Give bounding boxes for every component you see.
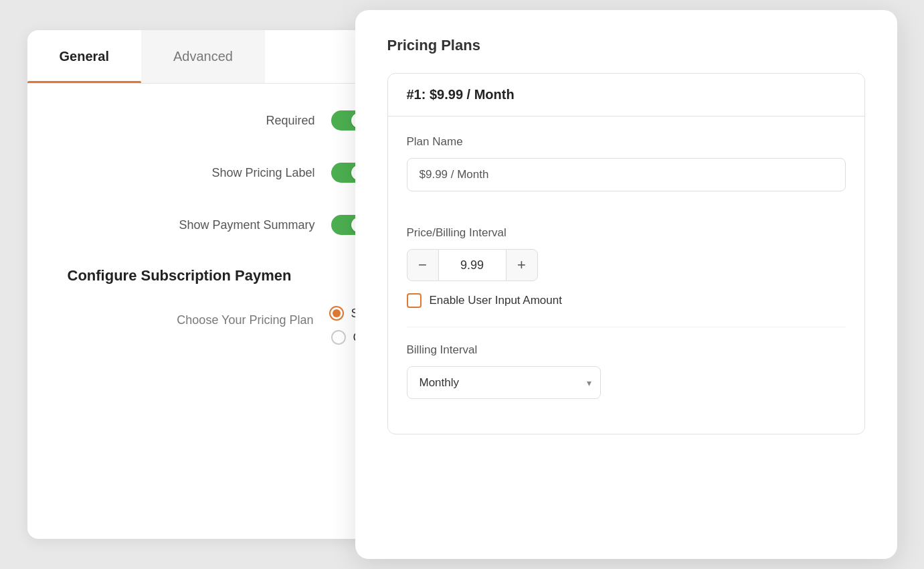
billing-interval-label: Billing Interval: [407, 343, 846, 357]
pricing-plan-label: Choose Your Pricing Plan: [177, 313, 313, 327]
plan-name-section: Plan Name: [407, 135, 846, 210]
front-panel: Pricing Plans #1: $9.99 / Month Plan Nam…: [355, 10, 897, 559]
radio-circle-choose[interactable]: [331, 330, 346, 345]
billing-interval-wrapper: Monthly Weekly Yearly One-time ▾: [407, 366, 601, 399]
radio-circle-single[interactable]: [329, 306, 344, 321]
show-payment-summary-label: Show Payment Summary: [179, 218, 314, 232]
enable-user-input-row: Enable User Input Amount: [407, 293, 846, 308]
plan-card: #1: $9.99 / Month Plan Name Price/Billin…: [387, 73, 865, 434]
decrement-button[interactable]: −: [407, 249, 439, 281]
required-label: Required: [266, 114, 314, 128]
setting-show-payment-summary: Show Payment Summary: [68, 215, 369, 235]
pricing-plan-row: Choose Your Pricing Plan Sin Ch: [68, 306, 369, 345]
plan-card-body: Plan Name Price/Billing Interval − 9.99 …: [388, 116, 864, 434]
show-pricing-label-label: Show Pricing Label: [211, 166, 314, 180]
section-title: Configure Subscription Paymen: [68, 267, 369, 284]
increment-button[interactable]: +: [506, 249, 538, 281]
plan-name-input[interactable]: [407, 158, 846, 191]
stepper-value: 9.99: [439, 249, 506, 281]
number-stepper: − 9.99 +: [407, 249, 846, 281]
enable-user-input-checkbox[interactable]: [407, 293, 422, 308]
back-panel: General Advanced Required Show Pricing L…: [27, 30, 409, 539]
setting-show-pricing-label: Show Pricing Label: [68, 163, 369, 183]
price-billing-label: Price/Billing Interval: [407, 226, 846, 240]
price-billing-section: Price/Billing Interval − 9.99 +: [407, 226, 846, 308]
panel-title: Pricing Plans: [387, 37, 865, 54]
billing-interval-section: Billing Interval Monthly Weekly Yearly O…: [407, 343, 846, 399]
billing-interval-select[interactable]: Monthly Weekly Yearly One-time: [407, 366, 601, 399]
tabs-container: General Advanced: [27, 30, 409, 84]
tab-general[interactable]: General: [27, 30, 141, 83]
enable-user-input-label: Enable User Input Amount: [430, 294, 562, 307]
plan-name-label: Plan Name: [407, 135, 846, 149]
settings-content: Required Show Pricing Label Show Payment…: [27, 84, 409, 404]
setting-required: Required: [68, 110, 369, 131]
plan-card-header: #1: $9.99 / Month: [388, 74, 864, 116]
divider: [407, 327, 846, 327]
tab-advanced[interactable]: Advanced: [141, 30, 265, 83]
plan-card-title: #1: $9.99 / Month: [407, 87, 515, 102]
